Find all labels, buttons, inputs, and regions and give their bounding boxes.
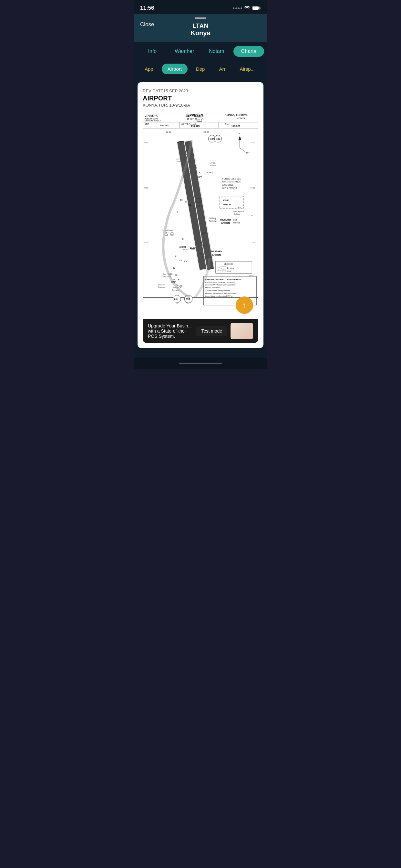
svg-text:(CIVIL APRON): (CIVIL APRON) <box>222 187 237 189</box>
svg-text:D2: D2 <box>175 274 178 276</box>
svg-text:37-59: 37-59 <box>144 187 148 189</box>
svg-text:S-HP1: S-HP1 <box>203 256 209 258</box>
svg-text:38-00: 38-00 <box>144 142 148 144</box>
svg-text:01R: 01R <box>186 298 190 301</box>
svg-text:197'60m: 197'60m <box>210 162 217 164</box>
subtab-app[interactable]: App <box>139 64 159 74</box>
svg-text:B3: B3 <box>180 199 182 201</box>
home-indicator <box>134 358 267 369</box>
svg-text:38-00: 38-00 <box>251 142 255 144</box>
svg-text:Military: Military <box>210 217 216 220</box>
ad-text: Upgrade Your Busin... with a State-of-th… <box>148 323 193 339</box>
svg-text:D1: D1 <box>178 279 181 281</box>
svg-text:B1: B1 <box>189 204 191 206</box>
svg-text:Building: Building <box>234 213 240 215</box>
svg-text:AIM: AIM <box>237 206 241 209</box>
svg-text:A-HP1: A-HP1 <box>207 172 213 174</box>
svg-text:A1: A1 <box>199 172 202 174</box>
drag-handle <box>195 18 206 19</box>
tab-bar: Info Weather Notam Charts <box>134 42 267 61</box>
svg-text:KONYA, TURKIYE: KONYA, TURKIYE <box>225 113 248 117</box>
svg-text:LTAN/KYA: LTAN/KYA <box>145 114 158 117</box>
tab-info[interactable]: Info <box>137 46 168 57</box>
svg-text:32-34: 32-34 <box>204 131 209 133</box>
signal-dots-icon <box>233 7 242 9</box>
svg-text:118.625: 118.625 <box>232 125 240 128</box>
svg-text:37-58: 37-58 <box>251 242 255 244</box>
svg-text:197'60m: 197'60m <box>158 284 165 286</box>
airport-name: Konya <box>190 29 210 37</box>
battery-icon <box>252 6 261 10</box>
svg-text:124.325: 124.325 <box>160 124 168 127</box>
svg-text:C2: C2 <box>179 259 182 261</box>
ad-banner: Upgrade Your Busin... with a State-of-th… <box>143 319 258 343</box>
svg-text:AIS: AIS <box>165 234 168 236</box>
svg-text:& COORDS: & COORDS <box>222 184 234 186</box>
svg-text:D: D <box>174 267 175 269</box>
svg-text:Elev: Elev <box>163 273 166 275</box>
svg-text:ARP: ARP <box>202 232 207 235</box>
svg-text:Terminal: Terminal <box>232 221 240 224</box>
svg-text:37-58: 37-58 <box>144 242 148 244</box>
svg-text:De-icing: De-icing <box>227 267 234 269</box>
chart-container: REV DATE15 SEP 2023 AIRPORT KONYA,TUR. 1… <box>134 78 267 358</box>
ad-image <box>230 323 253 339</box>
svg-text:near the RWY heading being use: near the RWY heading being used for <box>205 284 236 286</box>
svg-text:CIVIL: CIVIL <box>223 199 229 202</box>
svg-text:APRON: APRON <box>221 221 230 224</box>
tab-charts[interactable]: Charts <box>234 46 265 57</box>
svg-text:F: F <box>177 211 179 213</box>
tab-notam[interactable]: Notam <box>201 46 232 57</box>
header: Close LTAN Konya <box>134 14 267 42</box>
svg-text:15 SEP 23: 15 SEP 23 <box>187 118 197 120</box>
svg-text:S: S <box>200 252 202 255</box>
status-time: 11:56 <box>140 5 154 11</box>
svg-text:N-HP1: N-HP1 <box>203 244 209 246</box>
sub-tab-bar: App Airport Dep Arr Airsp... <box>134 61 267 78</box>
scroll-to-top-button[interactable]: ↑ <box>236 297 253 314</box>
svg-text:to and departure from the RWY': to and departure from the RWY's... <box>205 295 234 297</box>
svg-text:FOR DETAILS SEE: FOR DETAILS SEE <box>222 178 241 180</box>
subtab-dep[interactable]: Dep <box>190 64 211 74</box>
home-bar <box>179 363 222 364</box>
chart-title: AIRPORT <box>143 95 258 102</box>
svg-text:Tower: Tower <box>225 123 230 125</box>
status-icons <box>233 6 261 10</box>
wifi-icon <box>244 6 250 10</box>
svg-text:10-9: 10-9 <box>197 118 202 121</box>
subtab-airsp[interactable]: Airsp... <box>234 64 260 74</box>
svg-text:JEPPESEN: JEPPESEN <box>185 114 203 117</box>
svg-text:LEGEND: LEGEND <box>224 263 233 265</box>
svg-text:37-59: 37-59 <box>251 187 255 189</box>
svg-text:landing operations.: landing operations. <box>205 286 221 288</box>
close-button[interactable]: Close <box>140 21 154 28</box>
svg-text:19L: 19L <box>216 137 220 141</box>
svg-text:CAUTION: Follow ATC Instructio: CAUTION: Follow ATC Instructions for <box>205 278 241 280</box>
svg-text:C: C <box>175 254 177 257</box>
subtab-arr[interactable]: Arr <box>213 64 231 74</box>
svg-text:0°0': 0°0' <box>187 302 189 304</box>
svg-text:KONYA: KONYA <box>237 117 245 120</box>
svg-text:32-33: 32-33 <box>166 131 171 133</box>
svg-text:Terminal: Terminal <box>209 220 217 222</box>
svg-text:⊕: ⊕ <box>171 234 173 236</box>
svg-text:Stopway: Stopway <box>210 164 217 166</box>
svg-text:Control Tower: Control Tower <box>162 229 173 231</box>
status-bar: 11:56 <box>134 0 267 14</box>
svg-text:118.625: 118.625 <box>191 125 199 128</box>
subtab-airport[interactable]: Airport <box>162 64 188 74</box>
chart-subtitle: KONYA,TUR. 10-9/10-9A <box>143 103 258 107</box>
svg-text:19R: 19R <box>210 137 215 141</box>
svg-text:N37 58.8  E032 33.8: N37 58.8 E032 33.8 <box>145 120 161 122</box>
svg-text:MILITARY: MILITARY <box>220 218 232 221</box>
test-mode-badge: Test mode <box>196 326 227 336</box>
svg-text:PARKING STANDS: PARKING STANDS <box>222 181 241 183</box>
svg-text:the serviceable hook and net b: the serviceable hook and net barriers <box>205 281 235 283</box>
svg-text:elevated gas emission during e: elevated gas emission during entrance <box>205 292 236 294</box>
airport-code: LTAN <box>192 23 208 29</box>
svg-text:Q1: Q1 <box>179 285 182 288</box>
tab-weather[interactable]: Weather <box>169 46 200 57</box>
up-arrow-icon: ↑ <box>243 301 246 310</box>
svg-text:3348m: 3348m <box>183 249 188 250</box>
svg-text:37-59: 37-59 <box>248 215 253 217</box>
